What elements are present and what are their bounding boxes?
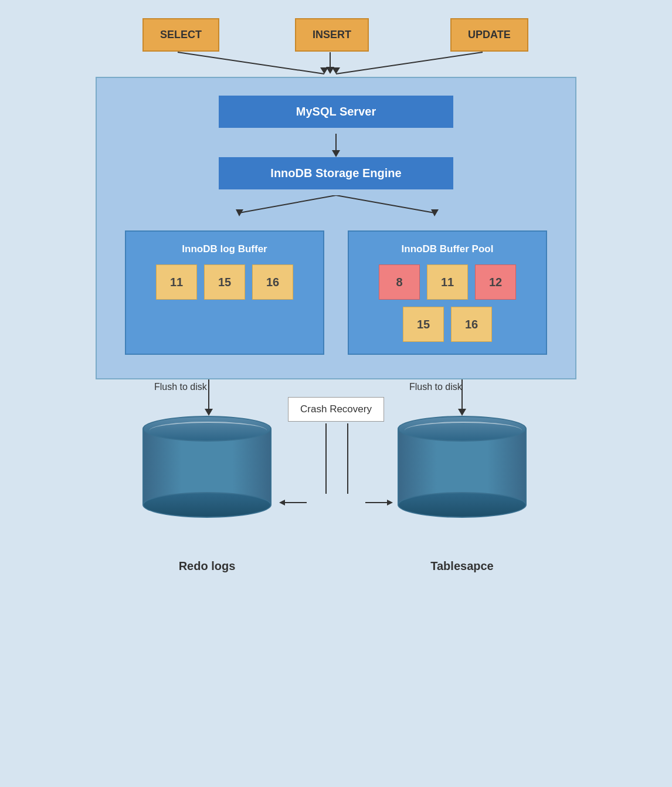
log-buffer-title: InnoDB log Buffer	[182, 243, 267, 255]
pool-page-16: 16	[451, 307, 492, 342]
buffer-pool-pages: 8 11 12 15 16	[361, 264, 534, 342]
log-page-16: 16	[252, 264, 293, 300]
svg-line-8	[336, 195, 435, 213]
svg-line-4	[336, 52, 483, 74]
mysql-server-box: MySQL Server	[219, 96, 453, 128]
svg-line-6	[239, 195, 336, 213]
svg-marker-17	[387, 500, 393, 506]
log-page-15: 15	[204, 264, 245, 300]
buffer-pool-panel: InnoDB Buffer Pool 8 11 12 15 16	[348, 230, 547, 355]
pool-page-8: 8	[379, 264, 420, 300]
below-main-section: Flush to disk Flush to disk Crash Recove…	[96, 379, 576, 579]
pool-page-11: 11	[427, 264, 468, 300]
pool-page-12: 12	[475, 264, 516, 300]
log-page-11: 11	[156, 264, 197, 300]
sql-section: SELECT INSERT UPDATE	[125, 18, 547, 77]
sub-panels: InnoDB log Buffer 11 15 16 InnoDB Buffer…	[120, 230, 552, 355]
svg-line-0	[178, 52, 324, 74]
crash-recovery-box: Crash Recovery	[288, 397, 384, 422]
diagram-container: SELECT INSERT UPDATE MySQL Server InnoDB…	[43, 18, 629, 769]
mysql-to-innodb-arrow	[332, 134, 340, 157]
crash-recovery-area: Crash Recovery	[288, 397, 384, 422]
main-container: MySQL Server InnoDB Storage Engine InnoD…	[96, 77, 576, 379]
top-arrows-svg	[125, 18, 547, 77]
split-arrows-svg	[125, 195, 547, 225]
innodb-split-arrows	[125, 195, 547, 225]
svg-marker-15	[279, 500, 285, 506]
buffer-pool-title: InnoDB Buffer Pool	[402, 243, 494, 255]
innodb-engine-box: InnoDB Storage Engine	[219, 157, 453, 189]
svg-marker-13	[458, 409, 466, 416]
svg-marker-11	[205, 409, 213, 416]
log-buffer-panel: InnoDB log Buffer 11 15 16	[125, 230, 324, 355]
log-buffer-pages: 11 15 16	[156, 264, 293, 300]
pool-page-15: 15	[403, 307, 444, 342]
